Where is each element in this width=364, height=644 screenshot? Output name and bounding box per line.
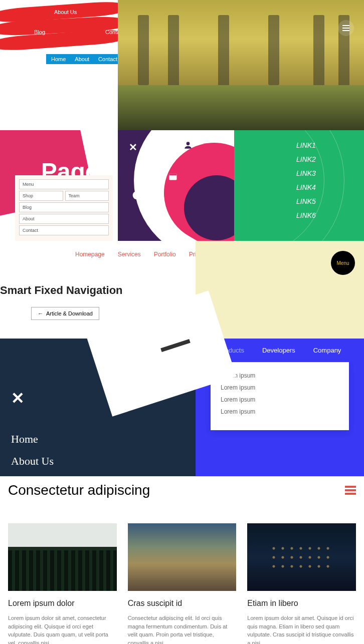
ribbon-about-link[interactable]: About Us	[54, 9, 77, 15]
menu-select[interactable]: Menu	[19, 179, 109, 189]
card-body: Lorem ipsum dolor sit amet. Quisque id o…	[247, 614, 356, 644]
dropdown-item[interactable]: Lorem ipsum	[221, 408, 339, 415]
close-icon[interactable]: ✕	[129, 141, 137, 153]
topnav-home[interactable]: Home	[51, 56, 66, 62]
dropdown-item[interactable]: Lorem ipsum	[221, 384, 339, 391]
card-title: Cras suscipit id	[128, 599, 237, 608]
topnav-contact[interactable]: Contact	[98, 56, 117, 62]
nav-homepage[interactable]: Homepage	[75, 251, 105, 258]
card-body: Lorem ipsum dolor sit amet, consectetur …	[8, 614, 117, 644]
card-1: Lorem ipsum dolor Lorem ipsum dolor sit …	[8, 523, 117, 644]
user-icon[interactable]	[183, 140, 193, 150]
menu-button[interactable]: Menu	[331, 251, 355, 275]
blog-select[interactable]: Blog	[19, 202, 109, 212]
chalk-home-link[interactable]: Home	[11, 433, 196, 446]
arc-link-3[interactable]: LINK3	[295, 169, 326, 177]
dropdown-item[interactable]: Lorem ipsum	[221, 372, 339, 379]
article-section: Consectetur adipiscing Lorem ipsum dolor…	[0, 476, 364, 644]
card-body: Consectetur adipiscing elit. Id orci qui…	[128, 614, 237, 644]
page-form-panel: Page Menu Shop Team Blog About Contact	[0, 130, 118, 241]
card-image-forest	[8, 523, 117, 591]
arc-link-6[interactable]: LINK6	[279, 211, 326, 219]
arc-links-panel: LINK1 LINK2 LINK3 LINK4 LINK5 LINK6	[234, 130, 364, 241]
arc-link-5[interactable]: LINK5	[290, 197, 326, 205]
dropdown-form: Menu Shop Team Blog About Contact	[15, 175, 113, 241]
card-2: Cras suscipit id Consectetur adipiscing …	[128, 523, 237, 644]
ribbon-blog-link[interactable]: Blog	[34, 29, 45, 35]
calendar-icon[interactable]	[168, 171, 178, 181]
palette-icon[interactable]	[132, 190, 142, 200]
about-select[interactable]: About	[19, 214, 109, 224]
arc-link-1[interactable]: LINK1	[279, 141, 326, 149]
card-title: Lorem ipsum dolor	[8, 599, 117, 608]
chalk-menu-panel: ✕ Home About Us	[0, 339, 196, 476]
contact-select[interactable]: Contact	[19, 225, 109, 235]
card-image-road	[128, 523, 237, 591]
topnav-about[interactable]: About	[75, 56, 89, 62]
svg-rect-2	[169, 173, 177, 175]
team-select[interactable]: Team	[65, 191, 109, 201]
dropdown-item[interactable]: Lorem ipsum	[221, 396, 339, 403]
nav-portfolio[interactable]: Portfolio	[154, 251, 176, 258]
tab-company[interactable]: Company	[313, 347, 341, 354]
card-title: Etiam in libero	[247, 599, 356, 608]
article-title: Consectetur adipiscing	[8, 482, 150, 498]
hamburger-icon[interactable]	[338, 20, 354, 36]
arc-link-4[interactable]: LINK4	[296, 183, 326, 191]
ribbon-nav-panel: About Us Blog Contact Home About Contact	[0, 0, 118, 130]
svg-point-0	[187, 142, 190, 145]
smart-nav-title: Smart Fixed Navigation	[0, 284, 196, 297]
tab-developers[interactable]: Developers	[262, 347, 295, 354]
shop-select[interactable]: Shop	[19, 191, 63, 201]
arrow-left-icon: ←	[38, 310, 43, 316]
nav-services[interactable]: Services	[118, 251, 141, 258]
article-download-button[interactable]: ← Article & Download	[31, 307, 99, 320]
radial-menu-panel: ✕	[118, 130, 234, 241]
chalk-about-link[interactable]: About Us	[11, 455, 196, 468]
arc-link-2[interactable]: LINK2	[290, 155, 326, 163]
hamburger-icon[interactable]	[345, 486, 356, 495]
card-3: Etiam in libero Lorem ipsum dolor sit am…	[247, 523, 356, 644]
ribbon-contact-link[interactable]: Contact	[105, 29, 118, 35]
card-image-city	[247, 523, 356, 591]
menu-circle-panel: Menu	[196, 241, 364, 339]
nature-hero-panel	[118, 0, 364, 130]
